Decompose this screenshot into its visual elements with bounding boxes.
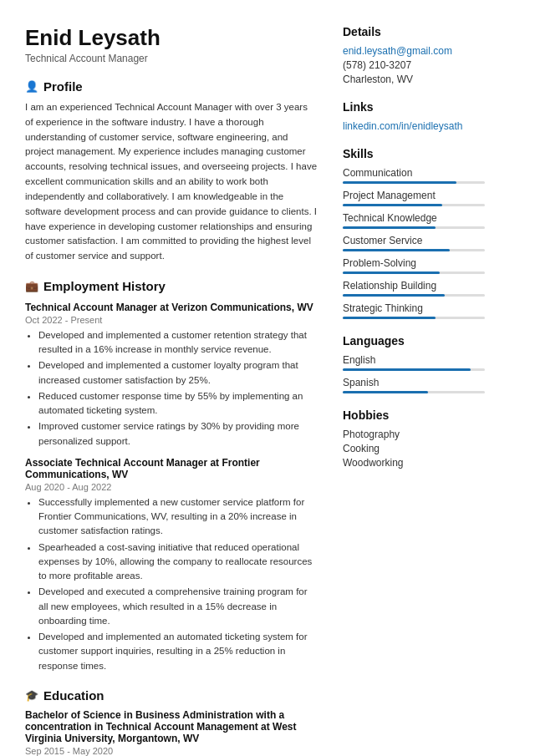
- skill-bar-bg-2: [343, 226, 485, 229]
- job-1-bullets: Developed and implemented a customer ret…: [25, 328, 318, 449]
- job-2-bullet-4: Developed and implemented an automated t…: [38, 630, 318, 673]
- skill-name-5: Relationship Building: [343, 280, 485, 292]
- job-1-bullet-1: Developed and implemented a customer ret…: [38, 328, 318, 358]
- candidate-name: Enid Leysath: [25, 25, 318, 51]
- lang-name-0: English: [343, 354, 485, 366]
- skill-name-3: Customer Service: [343, 235, 485, 246]
- skills-list: Communication Project Management Technic…: [343, 167, 485, 319]
- job-1-title: Technical Account Manager at Verizon Com…: [25, 302, 318, 313]
- job-1-bullet-2: Developed and implemented a customer loy…: [38, 358, 318, 388]
- header: Enid Leysath Technical Account Manager: [25, 25, 318, 64]
- lang-name-1: Spanish: [343, 377, 485, 388]
- job-1: Technical Account Manager at Verizon Com…: [25, 302, 318, 449]
- edu-1-title: Bachelor of Science in Business Administ…: [25, 709, 318, 744]
- hobbies-list: PhotographyCookingWoodworking: [343, 429, 485, 469]
- lang-item-1: Spanish: [343, 377, 485, 393]
- skill-item-5: Relationship Building: [343, 280, 485, 297]
- skill-item-1: Project Management: [343, 190, 485, 206]
- email-link[interactable]: enid.leysath@gmail.com: [343, 45, 485, 57]
- education-entry-1: Bachelor of Science in Business Administ…: [25, 709, 318, 756]
- profile-section-title: 👤 Profile: [25, 79, 318, 94]
- skill-bar-fill-6: [343, 317, 436, 319]
- skill-bar-fill-2: [343, 226, 436, 229]
- job-2: Associate Technical Account Manager at F…: [25, 457, 318, 673]
- employment-icon: 💼: [25, 280, 38, 292]
- lang-bar-fill-1: [343, 391, 428, 393]
- skill-bar-fill-1: [343, 204, 442, 206]
- hobby-item-2: Woodworking: [343, 457, 485, 469]
- links-section-title: Links: [343, 100, 485, 114]
- skill-item-3: Customer Service: [343, 235, 485, 251]
- edu-1-dates: Sep 2015 - May 2020: [25, 746, 318, 756]
- hobbies-section-title: Hobbies: [343, 408, 485, 422]
- job-1-bullet-3: Reduced customer response time by 55% by…: [38, 389, 318, 419]
- skill-bar-bg-6: [343, 317, 485, 319]
- skill-bar-bg-5: [343, 294, 485, 297]
- education-icon: 🎓: [25, 689, 38, 702]
- skill-name-4: Problem-Solving: [343, 257, 485, 269]
- lang-bar-fill-0: [343, 368, 471, 371]
- candidate-subtitle: Technical Account Manager: [25, 53, 318, 64]
- languages-section-title: Languages: [343, 334, 485, 348]
- skill-item-4: Problem-Solving: [343, 257, 485, 274]
- details-section-title: Details: [343, 25, 485, 38]
- job-2-dates: Aug 2020 - Aug 2022: [25, 482, 318, 492]
- skill-bar-bg-1: [343, 204, 485, 206]
- education-label: Education: [43, 688, 104, 703]
- skill-name-1: Project Management: [343, 190, 485, 201]
- skill-bar-fill-5: [343, 294, 445, 297]
- skill-bar-fill-0: [343, 181, 456, 184]
- left-column: Enid Leysath Technical Account Manager 👤…: [0, 25, 334, 756]
- location-text: Charleston, WV: [343, 74, 485, 85]
- page: Enid Leysath Technical Account Manager 👤…: [0, 0, 535, 756]
- profile-text: I am an experienced Technical Account Ma…: [25, 100, 318, 264]
- languages-list: English Spanish: [343, 354, 485, 393]
- job-2-bullet-1: Successfully implemented a new customer …: [38, 495, 318, 539]
- employment-label: Employment History: [43, 279, 166, 293]
- job-2-bullet-2: Spearheaded a cost-saving initiative tha…: [38, 540, 318, 584]
- right-column: Details enid.leysath@gmail.com (578) 210…: [334, 25, 502, 756]
- profile-label: Profile: [43, 79, 83, 94]
- hobby-item-1: Cooking: [343, 443, 485, 454]
- employment-section-title: 💼 Employment History: [25, 279, 318, 293]
- skill-name-0: Communication: [343, 167, 485, 179]
- skill-bar-fill-3: [343, 249, 450, 251]
- skill-name-2: Technical Knowledge: [343, 212, 485, 224]
- skill-bar-bg-0: [343, 181, 485, 184]
- skill-item-0: Communication: [343, 167, 485, 184]
- job-1-bullet-4: Improved customer service ratings by 30%…: [38, 419, 318, 449]
- skill-item-6: Strategic Thinking: [343, 302, 485, 319]
- skill-item-2: Technical Knowledge: [343, 212, 485, 229]
- lang-bar-bg-1: [343, 391, 485, 393]
- skill-bar-bg-3: [343, 249, 485, 251]
- lang-bar-bg-0: [343, 368, 485, 371]
- lang-item-0: English: [343, 354, 485, 371]
- skill-bar-fill-4: [343, 271, 440, 274]
- job-2-bullet-3: Developed and executed a comprehensive t…: [38, 585, 318, 628]
- education-section-title: 🎓 Education: [25, 688, 318, 703]
- job-2-bullets: Successfully implemented a new customer …: [25, 495, 318, 673]
- job-1-dates: Oct 2022 - Present: [25, 315, 318, 325]
- skill-name-6: Strategic Thinking: [343, 302, 485, 314]
- phone-text: (578) 210-3207: [343, 59, 485, 71]
- skill-bar-bg-4: [343, 271, 485, 274]
- skills-section-title: Skills: [343, 147, 485, 160]
- hobby-item-0: Photography: [343, 429, 485, 440]
- profile-icon: 👤: [25, 80, 38, 93]
- job-2-title: Associate Technical Account Manager at F…: [25, 457, 318, 480]
- linkedin-link[interactable]: linkedin.com/in/enidleysath: [343, 120, 485, 132]
